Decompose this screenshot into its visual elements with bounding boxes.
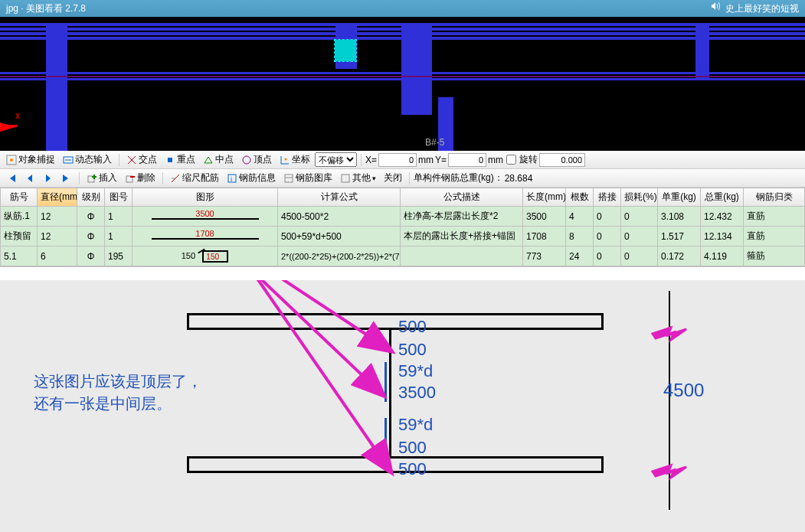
- svg-rect-21: [285, 175, 293, 182]
- close-btn[interactable]: 关闭: [381, 171, 405, 186]
- rebar-graphic[interactable]: 3500: [133, 207, 278, 227]
- nav-first-btn[interactable]: [3, 171, 20, 186]
- col-uw[interactable]: 单重(kg): [658, 188, 701, 207]
- rotate-input[interactable]: [539, 153, 585, 167]
- dim-label: 500: [398, 340, 427, 360]
- table-row[interactable]: 柱预留 12 Φ 1 1708 500+59*d+500 本层的露出长度+搭接+…: [1, 227, 805, 246]
- table-row[interactable]: 纵筋.1 12 Φ 1 3500 4500-500*2 柱净高-本层露出长度*2…: [1, 207, 805, 227]
- total-weight-value: 28.684: [505, 173, 533, 184]
- big-dim: 4500: [663, 380, 704, 401]
- window-title-bar: jpg · 美图看看 2.7.8 史上最好笑的短视: [0, 0, 805, 17]
- beam-label: B#-5: [425, 137, 444, 148]
- edit-toolbar: 插入 删除 缩尺配筋 i 钢筋信息 钢筋图库 其他 ▾ 关闭 单构件钢筋总重(k…: [0, 169, 805, 188]
- dim-label: 500: [398, 438, 427, 458]
- annotation-diagram: 500 500 59*d 3500 59*d 500 500 4500 这张图片…: [0, 280, 805, 532]
- note-line-1: 这张图片应该是顶层了，: [34, 371, 202, 392]
- table-row[interactable]: 5.1 6 Φ 195 150 150 2*((200-2*25)+(200-2…: [1, 246, 805, 266]
- cad-viewport[interactable]: x B#-5: [0, 17, 805, 151]
- coord-btn[interactable]: 坐标: [277, 152, 313, 168]
- dim-label: 500: [398, 459, 427, 479]
- svg-rect-23: [342, 175, 349, 182]
- scale-rebar-btn[interactable]: 缩尺配筋: [167, 171, 222, 186]
- col-desc[interactable]: 公式描述: [401, 188, 523, 207]
- bottom-beam: [187, 456, 604, 473]
- svg-line-27: [245, 280, 391, 472]
- svg-line-26: [230, 280, 383, 395]
- nav-last-btn[interactable]: [58, 171, 75, 186]
- dyn-input-btn[interactable]: 动态输入: [60, 152, 115, 168]
- delete-btn[interactable]: 删除: [122, 171, 159, 186]
- col-grade[interactable]: 级别: [77, 188, 105, 207]
- col-id[interactable]: 筋号: [1, 188, 38, 207]
- rebar-segment: [385, 418, 387, 456]
- svg-point-8: [243, 156, 250, 164]
- dim-label: 59*d: [398, 361, 433, 381]
- insert-btn[interactable]: 插入: [83, 171, 120, 186]
- snap-toolbar: 对象捕捉 动态输入 交点 重点 中点 顶点 坐标 不偏移 X= mm Y= mm…: [0, 151, 805, 169]
- rebar-table[interactable]: 筋号 直径(mm) 级别 图号 图形 计算公式 公式描述 长度(mm) 根数 搭…: [0, 188, 805, 266]
- x-axis-arrow: [0, 122, 15, 132]
- col-dia[interactable]: 直径(mm): [38, 188, 77, 207]
- dim-label: 59*d: [398, 415, 433, 435]
- svg-marker-7: [205, 157, 212, 163]
- rotate-checkbox[interactable]: [506, 155, 516, 165]
- app-title: jpg · 美图看看 2.7.8: [6, 0, 86, 17]
- note-line-2: 还有一张是中间层。: [34, 393, 172, 414]
- rebar-lib-btn[interactable]: 钢筋图库: [280, 171, 335, 186]
- nav-prev-btn[interactable]: [21, 171, 38, 186]
- rebar-info-btn[interactable]: i 钢筋信息: [224, 171, 279, 186]
- x-input[interactable]: [378, 153, 417, 167]
- dim-label: 500: [398, 317, 427, 337]
- apex-snap-btn[interactable]: 顶点: [238, 152, 275, 168]
- ad-text: 史上最好笑的短视: [725, 0, 799, 17]
- rebar-graphic[interactable]: 1708: [133, 227, 278, 246]
- col-graphic[interactable]: 图形: [133, 188, 278, 207]
- svg-point-1: [10, 158, 13, 162]
- svg-rect-19: [228, 175, 236, 182]
- object-snap-btn[interactable]: 对象捕捉: [3, 152, 58, 168]
- top-beam: [187, 313, 604, 330]
- y-input[interactable]: [448, 153, 486, 167]
- mm-label: mm: [488, 155, 503, 165]
- nav-next-btn[interactable]: [40, 171, 57, 186]
- col-len[interactable]: 长度(mm): [523, 188, 566, 207]
- col-loss[interactable]: 损耗(%): [621, 188, 658, 207]
- col-cat[interactable]: 钢筋归类: [744, 188, 805, 207]
- mm-label: mm: [418, 155, 434, 165]
- total-weight-label: 单构件钢筋总重(kg)：: [414, 171, 503, 184]
- col-lap[interactable]: 搭接: [594, 188, 621, 207]
- y-label: Y=: [435, 155, 447, 165]
- speaker-icon: [710, 0, 721, 17]
- column-line: [389, 330, 391, 456]
- rebar-graphic[interactable]: 150 150: [133, 246, 278, 266]
- dim-label: 3500: [398, 383, 436, 403]
- table-header-row: 筋号 直径(mm) 级别 图号 图形 计算公式 公式描述 长度(mm) 根数 搭…: [1, 188, 805, 207]
- x-axis-label: x: [15, 110, 20, 121]
- vertex-snap-btn[interactable]: 重点: [162, 152, 198, 168]
- other-btn[interactable]: 其他 ▾: [337, 171, 379, 186]
- intersect-snap-btn[interactable]: 交点: [123, 152, 160, 168]
- col-n[interactable]: 根数: [566, 188, 594, 207]
- offset-select[interactable]: 不偏移: [315, 152, 357, 167]
- svg-rect-6: [168, 158, 172, 162]
- midpoint-snap-btn[interactable]: 中点: [200, 152, 237, 168]
- col-tw[interactable]: 总重(kg): [701, 188, 744, 207]
- svg-point-11: [285, 158, 287, 160]
- svg-text:i: i: [231, 175, 232, 183]
- rotate-label: 旋转: [519, 153, 538, 166]
- col-fig[interactable]: 图号: [105, 188, 133, 207]
- rebar-segment: [385, 362, 387, 402]
- x-label: X=: [365, 155, 377, 165]
- col-formula[interactable]: 计算公式: [278, 188, 401, 207]
